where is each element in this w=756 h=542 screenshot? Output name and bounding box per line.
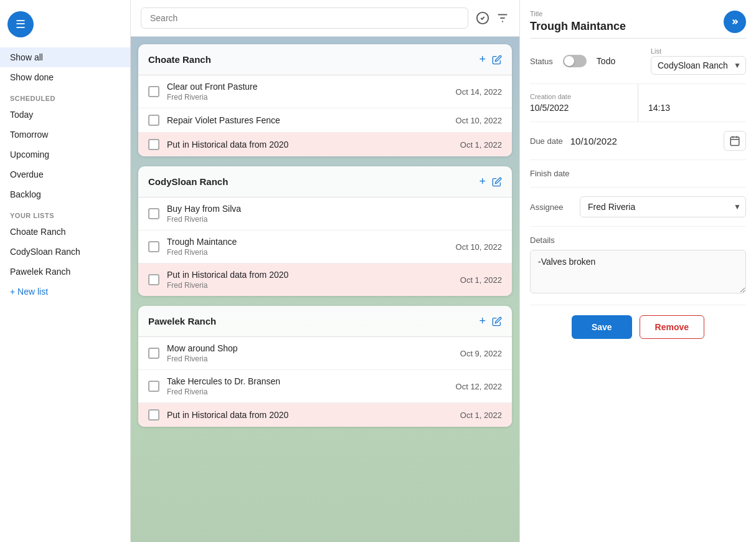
due-date-value: 10/10/2022 xyxy=(570,136,617,146)
task-row: Trough MaintanceFred RiveriaOct 10, 2022 xyxy=(138,231,512,264)
task-checkbox-5[interactable] xyxy=(148,241,159,252)
task-date-2: Oct 10, 2022 xyxy=(456,116,502,125)
svg-rect-4 xyxy=(730,137,739,146)
task-title-9: Put in Historical data from 2020 xyxy=(167,410,453,420)
scheduled-section-label: SCHEDULED xyxy=(0,87,130,105)
pawelek-label: Pawelek Ranch xyxy=(10,267,70,277)
backlog-label: Backlog xyxy=(10,189,41,199)
assignee-select-container: Fred Riveria Other ▼ xyxy=(580,196,746,217)
sidebar-item-backlog[interactable]: Backlog xyxy=(0,184,130,204)
toggle-thumb xyxy=(564,56,574,66)
sidebar: ☰ Show all Show done SCHEDULED Today Tom… xyxy=(0,0,131,542)
sidebar-item-pawelek[interactable]: Pawelek Ranch xyxy=(0,262,130,282)
title-input[interactable] xyxy=(530,20,716,33)
right-panel-body: Status Todo List CodySloan Ranch Choate … xyxy=(520,39,756,349)
codysloan-label: CodySloan Ranch xyxy=(10,247,80,257)
task-checkbox-2[interactable] xyxy=(148,115,159,126)
sidebar-item-tomorrow[interactable]: Tomorrow xyxy=(0,125,130,145)
task-date-5: Oct 10, 2022 xyxy=(456,242,502,252)
sidebar-item-upcoming[interactable]: Upcoming xyxy=(0,145,130,164)
list-group-header-choate: Choate Ranch + xyxy=(138,44,512,75)
list-select-wrapper: List CodySloan Ranch Choate Ranch Pawele… xyxy=(651,47,746,75)
task-info-8: Take Hercules to Dr. BransenFred Riveria xyxy=(167,376,448,396)
menu-button[interactable]: ☰ xyxy=(7,11,34,37)
new-list-button[interactable]: + New list xyxy=(0,282,130,302)
details-section: Details xyxy=(530,227,746,305)
task-checkbox-3[interactable] xyxy=(148,139,159,150)
task-checkbox-1[interactable] xyxy=(148,86,159,97)
edit-list-button-pawelek[interactable] xyxy=(492,315,502,328)
task-info-1: Clear out Front PastureFred Riveria xyxy=(167,82,448,102)
add-task-button-pawelek[interactable]: + xyxy=(479,315,486,328)
task-title-4: Buy Hay from Silva xyxy=(167,204,494,214)
task-date-9: Oct 1, 2022 xyxy=(460,411,502,420)
task-title-8: Take Hercules to Dr. Bransen xyxy=(167,376,448,386)
list-select-container: CodySloan Ranch Choate Ranch Pawelek Ran… xyxy=(651,56,746,75)
search-input[interactable] xyxy=(141,7,468,29)
save-button[interactable]: Save xyxy=(572,315,632,339)
task-date-8: Oct 12, 2022 xyxy=(456,382,502,391)
task-info-5: Trough MaintanceFred Riveria xyxy=(167,237,448,257)
task-info-4: Buy Hay from SilvaFred Riveria xyxy=(167,204,494,224)
creation-date-label: Creation date xyxy=(530,93,628,100)
sidebar-item-overdue[interactable]: Overdue xyxy=(0,164,130,184)
task-title-3: Put in Historical data from 2020 xyxy=(167,140,453,150)
task-title-2: Repair Violet Pastures Fence xyxy=(167,115,448,125)
add-task-button-codysloan[interactable]: + xyxy=(479,175,486,188)
filter-icon[interactable] xyxy=(496,11,509,25)
task-checkbox-4[interactable] xyxy=(148,208,159,219)
task-checkbox-9[interactable] xyxy=(148,409,159,421)
sidebar-item-today[interactable]: Today xyxy=(0,105,130,125)
list-group-header-codysloan: CodySloan Ranch + xyxy=(138,166,512,197)
add-task-button-choate[interactable]: + xyxy=(479,53,486,66)
details-label: Details xyxy=(530,235,746,245)
remove-button[interactable]: Remove xyxy=(640,315,704,339)
action-buttons: Save Remove xyxy=(530,305,746,349)
task-row: Put in Historical data from 2020Fred Riv… xyxy=(138,264,512,296)
assignee-select[interactable]: Fred Riveria Other xyxy=(580,196,746,217)
edit-list-button-choate[interactable] xyxy=(492,53,502,66)
task-assignee-6: Fred Riveria xyxy=(167,281,453,290)
creation-date-value: 10/5/2022 xyxy=(530,103,628,113)
expand-button[interactable] xyxy=(724,11,746,33)
task-list-area: Choate Ranch + Clear out Front PastureFr… xyxy=(131,37,519,542)
list-group-title-pawelek: Pawelek Ranch xyxy=(148,316,216,326)
new-list-label: + New list xyxy=(10,287,48,297)
assignee-row: Assignee Fred Riveria Other ▼ xyxy=(530,188,746,227)
finish-date-row: Finish date xyxy=(530,160,746,188)
search-icons xyxy=(476,11,509,25)
details-textarea[interactable] xyxy=(530,250,746,293)
task-info-7: Mow around ShopFred Riveria xyxy=(167,343,453,363)
show-all-label: Show all xyxy=(10,52,43,62)
sidebar-item-choate[interactable]: Choate Ranch xyxy=(0,222,130,242)
task-checkbox-6[interactable] xyxy=(148,274,159,285)
list-group-pawelek: Pawelek Ranch + Mow around ShopFred Rive… xyxy=(138,306,512,427)
check-circle-icon[interactable] xyxy=(476,11,489,25)
due-date-label: Due date xyxy=(530,136,563,146)
list-group-actions-choate: + xyxy=(479,53,502,66)
creation-time-field: 14:13 xyxy=(638,84,746,121)
sidebar-item-show-done[interactable]: Show done xyxy=(0,67,130,87)
task-checkbox-8[interactable] xyxy=(148,381,159,392)
search-bar xyxy=(131,0,519,37)
sidebar-item-codysloan[interactable]: CodySloan Ranch xyxy=(0,242,130,262)
edit-list-button-codysloan[interactable] xyxy=(492,175,502,188)
right-panel-header: Title xyxy=(520,0,756,38)
hamburger-icon: ☰ xyxy=(16,17,26,31)
task-checkbox-7[interactable] xyxy=(148,348,159,359)
task-row: Repair Violet Pastures FenceOct 10, 2022 xyxy=(138,108,512,133)
calendar-button[interactable] xyxy=(724,131,746,151)
status-toggle[interactable] xyxy=(563,55,587,67)
creation-time-value: 14:13 xyxy=(648,103,746,113)
list-select[interactable]: CodySloan Ranch Choate Ranch Pawelek Ran… xyxy=(651,56,746,75)
list-group-title-codysloan: CodySloan Ranch xyxy=(148,176,228,187)
list-group-header-pawelek: Pawelek Ranch + xyxy=(138,306,512,337)
finish-date-label: Finish date xyxy=(530,169,570,178)
sidebar-item-show-all[interactable]: Show all xyxy=(0,47,130,67)
task-title-5: Trough Maintance xyxy=(167,237,448,247)
list-group-codysloan: CodySloan Ranch + Buy Hay from SilvaFred… xyxy=(138,166,512,296)
show-done-label: Show done xyxy=(10,72,54,82)
task-row: Put in Historical data from 2020Oct 1, 2… xyxy=(138,403,512,427)
list-group-actions-codysloan: + xyxy=(479,175,502,188)
task-date-7: Oct 9, 2022 xyxy=(460,349,502,358)
